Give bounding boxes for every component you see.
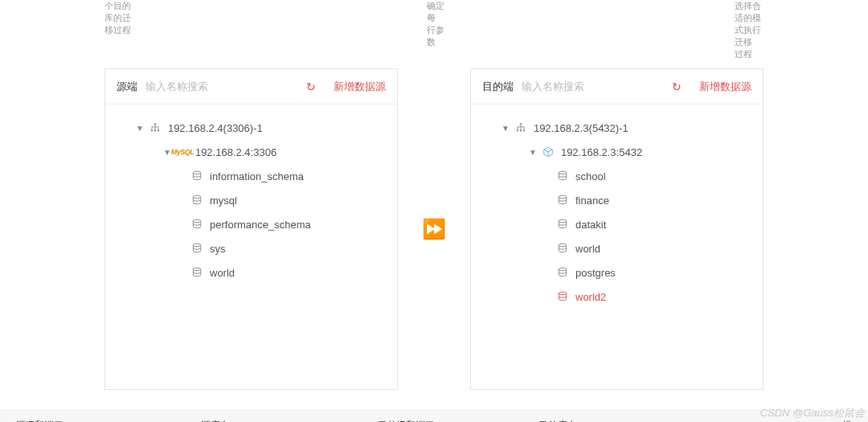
caret-down-icon: ▼ xyxy=(529,148,537,157)
target-search-input[interactable] xyxy=(522,80,664,92)
th-source-db: 源库名 xyxy=(201,419,378,422)
source-root-node[interactable]: ▼ 192.168.2.4(3306)-1 xyxy=(113,116,389,140)
target-root-node[interactable]: ▼ 192.168.2.3(5432)-1 xyxy=(479,116,755,140)
caret-down-icon: ▼ xyxy=(502,124,510,133)
database-icon xyxy=(190,266,203,279)
database-icon xyxy=(556,290,569,303)
mapping-table-header: 源IP和端口 源库名 目的IP和端口 目的库名 迁移过程模式? 操作 xyxy=(0,410,868,422)
mysql-icon: MySQL xyxy=(176,145,189,158)
network-icon xyxy=(514,121,527,134)
source-db-node[interactable]: information_schema xyxy=(113,164,389,188)
add-source-link[interactable]: 新增数据源 xyxy=(334,80,386,94)
source-host-node[interactable]: ▼ MySQL 192.168.2.4:3306 xyxy=(113,140,389,164)
reload-icon[interactable]: ↻ xyxy=(306,80,316,93)
step-desc-2: 确定每 行参数 xyxy=(427,0,445,60)
source-panel: 源端 ↻ 新增数据源 ▼ 192.168.2.4(3306)-1 ▼ MySQL… xyxy=(104,68,398,390)
database-icon xyxy=(556,218,569,231)
th-source-ip: 源IP和端口 xyxy=(16,419,201,422)
network-icon xyxy=(149,121,162,134)
source-root-label: 192.168.2.4(3306)-1 xyxy=(168,122,263,134)
watermark: CSDN @Gauss松鼠会 xyxy=(760,406,865,420)
target-db-node[interactable]: world xyxy=(479,236,755,260)
database-icon xyxy=(556,170,569,182)
target-panel-title: 目的端 xyxy=(482,80,514,94)
transfer-arrow-icon: ⏩ xyxy=(422,218,446,240)
reload-icon[interactable]: ↻ xyxy=(672,80,682,93)
database-icon xyxy=(556,242,569,255)
target-db-node[interactable]: school xyxy=(479,164,755,188)
target-db-node[interactable]: postgres xyxy=(479,260,755,285)
target-db-node[interactable]: finance xyxy=(479,188,755,212)
source-search-input[interactable] xyxy=(145,80,298,92)
target-host-label: 192.168.2.3:5432 xyxy=(561,146,642,158)
target-panel: 目的端 ↻ 新增数据源 ▼ 192.168.2.3(5432)-1 ▼ 192.… xyxy=(470,68,764,390)
source-host-label: 192.168.2.4:3306 xyxy=(195,146,276,158)
cube-icon xyxy=(542,145,555,158)
top-step-descriptions: 个目的库的迁移过程 确定每 行参数 选择合适的模式执行迁移 过程 xyxy=(0,0,868,68)
source-tree: ▼ 192.168.2.4(3306)-1 ▼ MySQL 192.168.2.… xyxy=(105,104,397,296)
database-icon xyxy=(190,242,203,255)
database-icon xyxy=(190,194,203,207)
target-db-node[interactable]: datakit xyxy=(479,212,755,236)
caret-down-icon: ▼ xyxy=(163,148,171,157)
target-host-node[interactable]: ▼ 192.168.2.3:5432 xyxy=(479,140,755,164)
target-tree: ▼ 192.168.2.3(5432)-1 ▼ 192.168.2.3:5432… xyxy=(471,104,763,320)
database-icon xyxy=(190,218,203,231)
source-panel-title: 源端 xyxy=(117,80,137,94)
source-db-node[interactable]: performance_schema xyxy=(113,212,389,236)
target-db-node-highlight[interactable]: world2 xyxy=(479,285,755,309)
source-db-node[interactable]: sys xyxy=(113,236,389,260)
th-target-ip: 目的IP和端口 xyxy=(378,419,538,422)
database-icon xyxy=(556,194,569,207)
target-root-label: 192.168.2.3(5432)-1 xyxy=(534,122,628,134)
step-desc-3: 选择合适的模式执行迁移 过程 xyxy=(735,0,764,60)
add-target-link[interactable]: 新增数据源 xyxy=(699,80,751,94)
source-db-node[interactable]: world xyxy=(113,260,389,285)
caret-down-icon: ▼ xyxy=(136,124,144,133)
database-icon xyxy=(556,266,569,279)
th-target-db: 目的库名 xyxy=(538,419,707,422)
step-desc-1: 个目的库的迁移过程 xyxy=(104,0,137,60)
database-icon xyxy=(190,170,203,182)
source-db-node[interactable]: mysql xyxy=(113,188,389,212)
